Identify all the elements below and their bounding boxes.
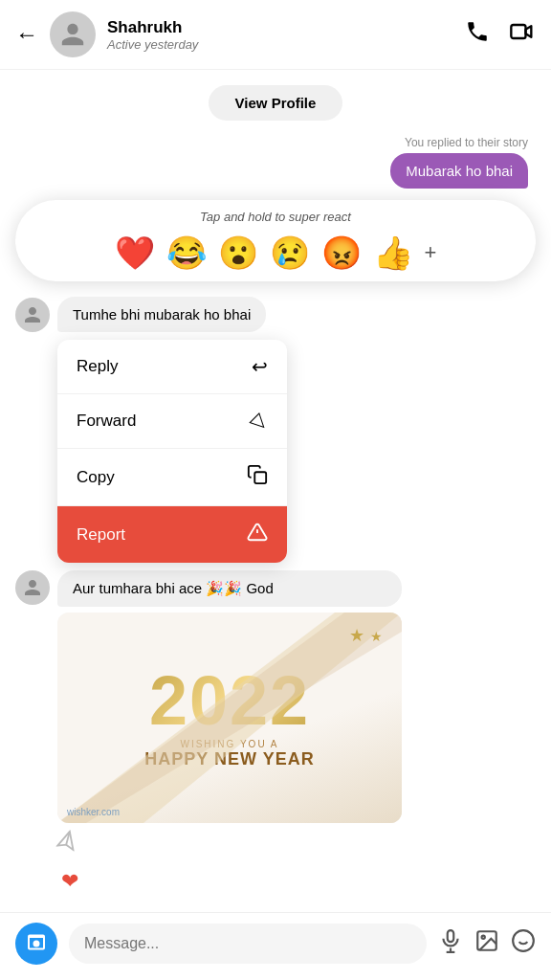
context-menu-copy[interactable]: Copy: [57, 449, 287, 506]
contact-status: Active yesterday: [107, 37, 465, 52]
contact-name: Shahrukh: [107, 18, 465, 37]
context-menu-report[interactable]: Report: [57, 506, 287, 563]
report-icon: [247, 522, 268, 547]
svg-rect-0: [511, 25, 525, 38]
emoji-laugh[interactable]: 😂: [166, 234, 207, 272]
report-label: Report: [77, 525, 125, 545]
svg-rect-8: [448, 930, 454, 942]
emoji-angry[interactable]: 😡: [321, 234, 362, 272]
reply-label: Reply: [77, 357, 118, 376]
paper-plane-icon: [52, 829, 83, 862]
view-profile-section: View Profile: [0, 70, 551, 128]
credit-label: wishker.com: [67, 807, 120, 817]
chat-area: You replied to their story Mubarak ho bh…: [0, 128, 551, 902]
back-button[interactable]: ←: [15, 21, 38, 48]
emoji-thumbsup[interactable]: 👍: [373, 234, 413, 272]
message-text-2: Aur tumhara bhi ace 🎉🎉 God: [73, 580, 274, 596]
message-row-2: Aur tumhara bhi ace 🎉🎉 God ★ ★ 2022 WISH…: [15, 570, 536, 894]
header-action-icons: [465, 18, 536, 51]
svg-point-12: [482, 936, 485, 939]
contact-info[interactable]: Shahrukh Active yesterday: [107, 18, 465, 52]
sticker-icon[interactable]: [511, 928, 536, 959]
reaction-bar: Tap and hold to super react ❤️ 😂 😮 😢 😡 👍…: [15, 200, 536, 281]
microphone-icon[interactable]: [438, 928, 463, 959]
message-input[interactable]: [69, 924, 427, 964]
contact-avatar: [50, 11, 96, 57]
message-bubble-2[interactable]: Aur tumhara bhi ace 🎉🎉 God: [57, 570, 402, 607]
gallery-icon[interactable]: [474, 928, 499, 959]
reply-icon: ↩: [252, 355, 268, 378]
new-year-image-card[interactable]: ★ ★ 2022 WISHING YOU A HAPPY NEW YEAR wi…: [57, 612, 402, 823]
heart-reaction[interactable]: ❤: [61, 869, 402, 894]
story-reply-section: You replied to their story Mubarak ho bh…: [15, 136, 528, 189]
emoji-wow[interactable]: 😮: [218, 234, 258, 272]
more-reactions-button[interactable]: +: [425, 240, 437, 265]
year-text: 2022: [149, 666, 310, 735]
bottom-bar: [0, 912, 551, 980]
reaction-emojis-row: ❤️ 😂 😮 😢 😡 👍 +: [115, 234, 437, 272]
copy-label: Copy: [77, 468, 115, 487]
emoji-cry[interactable]: 😢: [270, 234, 310, 272]
forward-icon: ▷: [248, 408, 275, 434]
context-menu-forward[interactable]: Forward ▷: [57, 394, 287, 449]
send-icon-row: [57, 833, 402, 859]
camera-button[interactable]: [15, 923, 57, 965]
emoji-heart[interactable]: ❤️: [115, 234, 155, 272]
svg-rect-1: [254, 472, 266, 483]
story-reply-bubble: Mubarak ho bhai: [390, 153, 528, 189]
context-menu-reply[interactable]: Reply ↩: [57, 340, 287, 394]
star-decoration: ★ ★: [349, 622, 383, 647]
story-reply-label: You replied to their story: [405, 136, 528, 149]
video-call-icon[interactable]: [509, 18, 536, 51]
copy-icon: [247, 464, 268, 490]
message-bubble-1[interactable]: Tumhe bhi mubarak ho bhai: [57, 297, 266, 332]
svg-point-13: [513, 930, 534, 951]
view-profile-button[interactable]: View Profile: [209, 85, 343, 121]
sender-avatar-2: [15, 570, 50, 605]
call-icon[interactable]: [465, 19, 490, 50]
context-menu: Reply ↩ Forward ▷ Copy Report: [57, 340, 287, 563]
sender-avatar-1: [15, 298, 50, 332]
happy-new-year-text: HAPPY NEW YEAR: [144, 749, 314, 769]
reaction-bar-label: Tap and hold to super react: [200, 210, 351, 224]
forward-label: Forward: [77, 412, 136, 431]
message-row-1: Tumhe bhi mubarak ho bhai: [15, 297, 536, 332]
wishing-text: WISHING YOU A: [180, 739, 278, 749]
chat-header: ← Shahrukh Active yesterday: [0, 0, 551, 70]
